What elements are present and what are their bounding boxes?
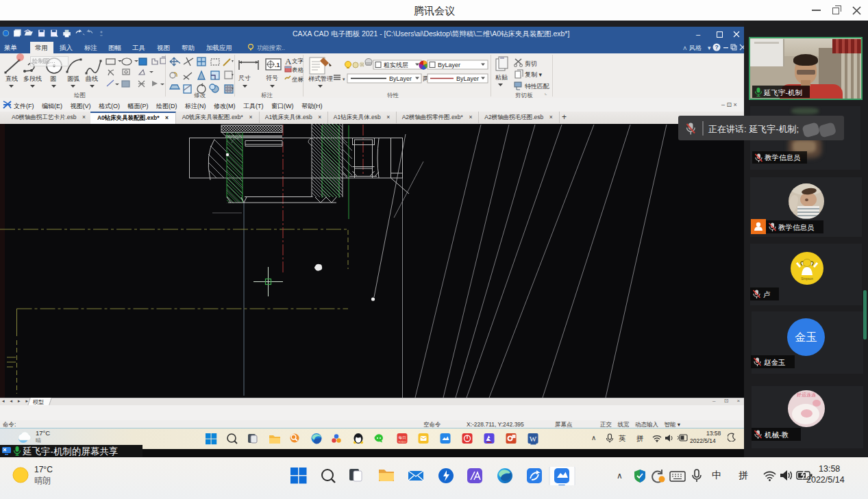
svg-text:A: A	[285, 56, 292, 66]
svg-text:多段线: 多段线	[23, 75, 42, 82]
svg-text:样式管理: 样式管理	[308, 75, 333, 82]
svg-text:复制 ▾: 复制 ▾	[525, 71, 543, 78]
svg-text:▾: ▾	[343, 77, 345, 81]
svg-text:尺寸: 尺寸	[238, 75, 251, 81]
svg-text:ByLayer: ByLayer	[438, 62, 460, 68]
svg-text:曲线: 曲线	[86, 75, 98, 82]
svg-text:ByLayer: ByLayer	[389, 75, 412, 82]
svg-text:符号: 符号	[266, 75, 278, 81]
svg-text:直线: 直线	[5, 75, 18, 82]
svg-text:Simpson: Simpson	[801, 277, 813, 281]
svg-text:粗实线层: 粗实线层	[384, 62, 408, 68]
svg-text:ByLayer: ByLayer	[456, 75, 479, 82]
svg-text:特性匹配: 特性匹配	[525, 83, 549, 90]
svg-text:圆弧: 圆弧	[67, 75, 79, 82]
svg-text:▾: ▾	[300, 77, 303, 81]
svg-text:圆: 圆	[50, 75, 56, 82]
svg-text:?: ?	[715, 44, 718, 51]
svg-text:▾: ▾	[300, 58, 303, 63]
svg-text:.1: .1	[275, 62, 280, 68]
svg-text:TODO: TODO	[398, 440, 406, 444]
svg-text:W: W	[530, 435, 537, 443]
svg-text:剪切: 剪切	[525, 60, 537, 67]
svg-text:表格: 表格	[292, 66, 303, 73]
svg-text:粘贴: 粘贴	[495, 74, 508, 81]
